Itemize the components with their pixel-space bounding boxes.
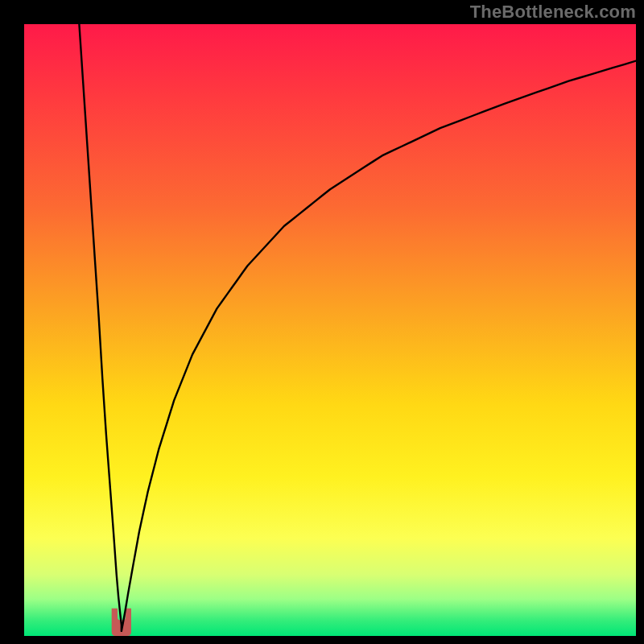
watermark-text: TheBottleneck.com bbox=[470, 2, 636, 23]
gradient-background bbox=[24, 24, 636, 636]
plot-svg bbox=[24, 24, 636, 636]
chart-frame: TheBottleneck.com bbox=[0, 0, 644, 644]
plot-area bbox=[24, 24, 636, 636]
